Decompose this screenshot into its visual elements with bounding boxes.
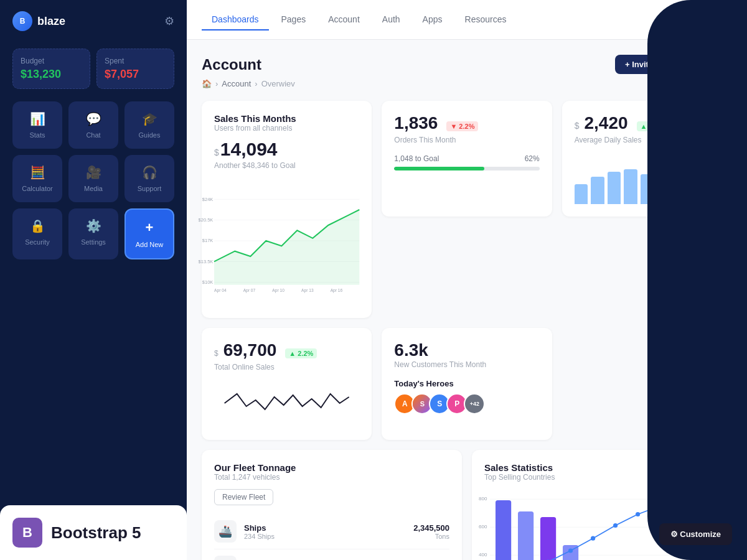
svg-text:Apr 04: Apr 04: [214, 288, 227, 293]
nav-label-guides: Guides: [139, 131, 161, 139]
sidebar-item-media[interactable]: 🎥 Media: [68, 155, 118, 202]
svg-point-39: [591, 536, 595, 541]
nav-label-chat: Chat: [86, 131, 100, 139]
online-sales-card: $ 69,700 ▲ 2.2% Total Online Sales: [202, 328, 372, 440]
breadcrumb-home: 🏠: [202, 79, 212, 88]
svg-point-38: [568, 548, 573, 553]
bar-6: [657, 162, 670, 204]
page-actions: + Invite Create App: [615, 55, 732, 74]
breadcrumb-account[interactable]: Account: [222, 79, 251, 88]
budget-value: $13,230: [21, 68, 82, 81]
sales-line-chart: $24K $20.5K $17K $13.5K $10K Apr 04 Apr …: [214, 179, 359, 303]
sales-goal: Another $48,346 to Goal: [214, 161, 359, 170]
svg-text:$13.5K: $13.5K: [199, 259, 214, 264]
topnav-auth[interactable]: Auth: [372, 9, 410, 30]
svg-text:100%: 100%: [714, 496, 727, 502]
logo-text: blaze: [37, 15, 65, 28]
ships-value: 2,345,500 Tons: [413, 523, 449, 540]
sidebar-item-add-new[interactable]: + Add New: [125, 208, 174, 259]
menu-icon[interactable]: ⚙: [164, 14, 174, 28]
orders-badge: ▼ 2.2%: [446, 121, 478, 131]
topnav-pages[interactable]: Pages: [271, 9, 316, 30]
ships-num: 2,345,500: [413, 523, 449, 533]
page-header: Account + Invite Create App: [202, 55, 732, 74]
nav-label-settings: Settings: [81, 238, 106, 246]
bar-7: [674, 154, 687, 204]
heroes-avatars: A S S P +42: [394, 393, 539, 414]
breadcrumb-sep1: ›: [215, 79, 218, 88]
fleet-row-trucks: 🚛 Trucks 1,460 Trucks 457,200 Tons: [214, 549, 449, 560]
svg-rect-26: [540, 517, 556, 560]
fleet-title: Our Fleet Tonnage: [214, 462, 449, 473]
user-avatar[interactable]: U: [710, 9, 732, 31]
sidebar-item-settings[interactable]: ⚙️ Settings: [68, 208, 118, 259]
nav-label-support: Support: [138, 185, 162, 192]
breadcrumb: 🏠 › Account › Overwiev: [202, 79, 732, 88]
sales-big-value: 14,094: [220, 139, 278, 160]
svg-text:Apr 10: Apr 10: [272, 288, 284, 293]
svg-text:Apr 13: Apr 13: [301, 288, 314, 293]
bar-2: [591, 177, 604, 204]
review-fleet-button[interactable]: Review Fleet: [214, 489, 273, 505]
nav-label-stats: Stats: [29, 131, 45, 139]
svg-point-42: [657, 503, 663, 509]
orders-label: Orders This Month: [394, 136, 539, 144]
svg-text:Apr 07: Apr 07: [243, 288, 256, 293]
fleet-card: Our Fleet Tonnage Total 1,247 vehicles R…: [202, 450, 462, 560]
support-icon: 🎧: [142, 165, 157, 180]
sidebar-item-support[interactable]: 🎧 Support: [125, 155, 174, 202]
online-badge: ▲ 2.2%: [285, 348, 317, 358]
wavy-chart: [214, 381, 359, 425]
topnav-apps[interactable]: Apps: [413, 9, 453, 30]
budget-cards: Budget $13,230 Spent $7,057: [0, 42, 187, 101]
stats-row2: $ 69,700 ▲ 2.2% Total Online Sales 6.3k …: [202, 328, 732, 440]
sidebar-item-calculator[interactable]: 🧮 Calculator: [12, 155, 62, 202]
invite-button[interactable]: + Invite: [615, 55, 663, 74]
svg-text:400: 400: [479, 552, 487, 558]
heroes-label: Today's Heroes: [394, 379, 539, 388]
spent-value: $7,057: [105, 68, 166, 81]
create-app-button[interactable]: Create App: [669, 55, 732, 74]
svg-text:$17K: $17K: [202, 238, 213, 243]
progress-fill: [394, 167, 484, 170]
bar-4: [624, 169, 637, 204]
security-icon: 🔒: [30, 218, 45, 233]
customize-button[interactable]: ⚙ Customize: [659, 523, 732, 545]
daily-bar-chart: [575, 154, 720, 204]
chat-icon: 💬: [86, 111, 101, 126]
svg-text:600: 600: [479, 524, 487, 530]
ships-count: 234 Ships: [244, 533, 406, 540]
media-icon: 🎥: [86, 165, 101, 180]
sidebar-logo: B blaze: [12, 11, 65, 31]
nav-label-media: Media: [84, 185, 103, 192]
bottom-grid: Our Fleet Tonnage Total 1,247 vehicles R…: [202, 450, 732, 560]
online-label: Total Online Sales: [214, 363, 359, 371]
topnav-resources[interactable]: Resources: [455, 9, 517, 30]
sidebar-item-stats[interactable]: 📊 Stats: [12, 101, 62, 149]
sidebar: B blaze ⚙ Budget $13,230 Spent $7,057 📊 …: [0, 0, 187, 560]
svg-text:$24K: $24K: [202, 197, 213, 202]
svg-text:Apr 16: Apr 16: [331, 288, 343, 293]
customers-value: 6.3k: [394, 340, 428, 360]
online-value: 69,700: [223, 340, 277, 360]
heroes-section: Today's Heroes A S S P +42: [394, 379, 539, 414]
daily-label: Average Daily Sales: [575, 136, 720, 144]
orders-progress: 1,048 to Goal 62%: [394, 154, 539, 170]
topnav-account[interactable]: Account: [318, 9, 370, 30]
fleet-row-ships: 🚢 Ships 234 Ships 2,345,500 Tons: [214, 514, 449, 549]
sidebar-item-guides[interactable]: 🎓 Guides: [125, 101, 174, 149]
topnav-actions: 🔍 U: [680, 9, 732, 31]
topnav-dashboards[interactable]: Dashboards: [202, 9, 269, 30]
progress-goal: 1,048 to Goal: [394, 154, 439, 163]
calculator-icon: 🧮: [30, 165, 45, 180]
hero-avatar-5: +42: [464, 393, 485, 414]
search-button[interactable]: 🔍: [680, 9, 702, 31]
svg-point-43: [678, 497, 682, 502]
svg-rect-24: [496, 500, 511, 560]
sales-stats-title: Sales Statistics: [484, 462, 720, 473]
sidebar-item-security[interactable]: 🔒 Security: [12, 208, 62, 259]
sidebar-item-chat[interactable]: 💬 Chat: [68, 101, 118, 149]
sales-month-title: Sales This Months: [214, 113, 359, 124]
add-new-icon: +: [146, 220, 154, 236]
ships-info: Ships 234 Ships: [244, 523, 406, 540]
